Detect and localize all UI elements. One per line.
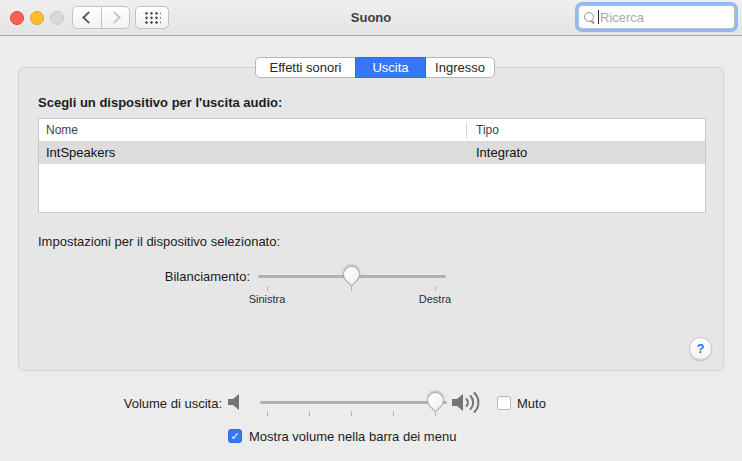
volume-tick: [267, 411, 268, 416]
speaker-quiet-icon: [227, 393, 245, 411]
tab-effetti-sonori[interactable]: Effetti sonori: [255, 57, 356, 78]
sound-preferences-window: Suono Effetti sonori Uscita Ingresso Sce…: [0, 0, 742, 461]
column-header-nome: Nome: [46, 123, 78, 137]
volume-tick: [393, 411, 394, 416]
help-button[interactable]: ?: [689, 337, 712, 360]
volume-slider-track[interactable]: [260, 401, 447, 404]
tab-content-box: [18, 67, 724, 371]
tab-uscita[interactable]: Uscita: [355, 57, 426, 78]
device-type-cell: Integrato: [476, 145, 527, 160]
question-mark-icon: ?: [697, 341, 705, 356]
settings-heading: Impostazioni per il dispositivo selezion…: [38, 234, 280, 249]
tab-bar: Effetti sonori Uscita Ingresso: [255, 57, 495, 78]
tab-label: Effetti sonori: [269, 60, 341, 75]
volume-tick: [435, 411, 436, 416]
balance-tick-left: [267, 286, 268, 291]
tab-label: Uscita: [372, 60, 408, 75]
search-input[interactable]: [599, 10, 734, 25]
search-field[interactable]: [578, 5, 735, 29]
device-table[interactable]: Nome Tipo IntSpeakers Integrato: [38, 118, 706, 213]
toolbar: Suono: [0, 0, 742, 36]
balance-right-label: Destra: [395, 293, 475, 305]
balance-label: Bilanciamento:: [38, 269, 250, 284]
show-volume-menubar-label: Mostra volume nella barra dei menu: [249, 429, 456, 444]
search-icon: [584, 12, 594, 22]
checkmark-icon: ✓: [230, 430, 239, 442]
column-divider: [466, 122, 467, 138]
table-row[interactable]: IntSpeakers Integrato: [39, 141, 705, 164]
balance-tick-center: [351, 286, 352, 291]
column-header-tipo: Tipo: [476, 123, 499, 137]
volume-slider-thumb[interactable]: [423, 388, 447, 412]
balance-tick-right: [435, 286, 436, 291]
volume-tick: [309, 411, 310, 416]
speaker-loud-icon: [452, 391, 490, 414]
table-header: Nome Tipo: [39, 119, 705, 142]
balance-left-label: Sinistra: [227, 293, 307, 305]
mute-checkbox[interactable]: [497, 396, 511, 410]
device-name-cell: IntSpeakers: [46, 145, 115, 160]
show-volume-menubar-checkbox[interactable]: ✓: [228, 429, 242, 443]
volume-tick: [351, 411, 352, 416]
device-list-heading: Scegli un dispositivo per l'uscita audio…: [38, 95, 282, 110]
output-volume-label: Volume di uscita:: [38, 396, 222, 411]
tab-ingresso[interactable]: Ingresso: [425, 57, 495, 78]
tab-label: Ingresso: [435, 60, 485, 75]
mute-label: Muto: [517, 396, 546, 411]
